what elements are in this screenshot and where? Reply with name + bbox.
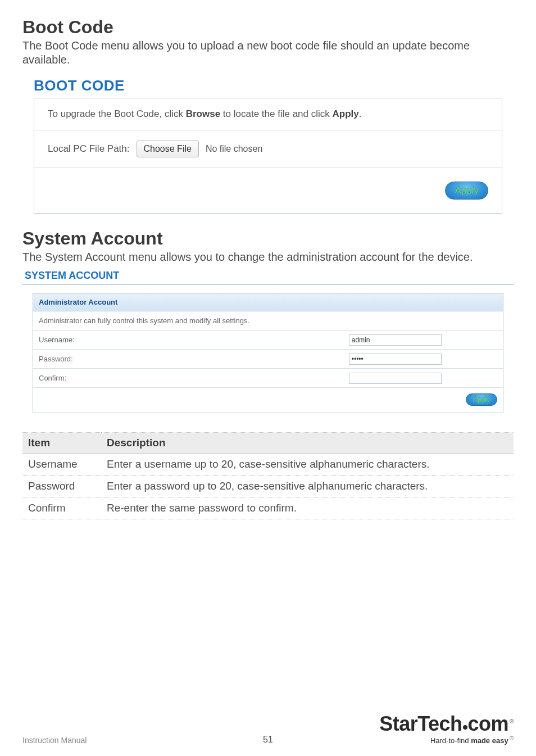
system-account-panel-title: SYSTEM ACCOUNT — [25, 270, 514, 282]
page-footer: Instruction Manual 51 StarTechcom® Hard-… — [22, 714, 514, 745]
tagline-b: made easy — [471, 736, 508, 745]
file-chosen-status: No file chosen — [206, 144, 262, 154]
boot-instruction-browse: Browse — [186, 108, 220, 119]
table-row: Username Enter a username up to 20, case… — [22, 454, 514, 476]
table-cell-item: Password — [22, 476, 101, 497]
brand-logo: StarTechcom® Hard-to-find made easy® — [379, 714, 514, 745]
tagline-a: Hard-to-find — [430, 736, 471, 745]
system-apply-button[interactable]: Apply — [466, 393, 497, 406]
tagline-registered-icon: ® — [510, 735, 514, 741]
boot-code-desc: The Boot Code menu allows you to upload … — [22, 39, 514, 67]
confirm-input[interactable] — [349, 373, 442, 384]
boot-code-heading: Boot Code — [22, 17, 514, 38]
table-cell-item: Confirm — [22, 497, 101, 519]
boot-code-panel-title: BOOT CODE — [34, 77, 514, 94]
logo-part-a: StarTech — [379, 712, 462, 735]
system-account-apply-row: Apply — [33, 388, 503, 413]
boot-code-apply-row: Apply — [34, 168, 502, 213]
system-account-desc: The System Account menu allows you to ch… — [22, 250, 514, 264]
boot-code-file-row: Local PC File Path: Choose File No file … — [34, 130, 502, 168]
system-account-heading: System Account — [22, 228, 514, 249]
boot-code-instruction: To upgrade the Boot Code, click Browse t… — [34, 98, 502, 130]
boot-instruction-post: . — [359, 108, 362, 119]
admin-account-note-row: Administrator can fully control this sys… — [33, 311, 503, 331]
logo-tagline: Hard-to-find made easy® — [379, 735, 514, 745]
system-account-outer: Administrator Account Administrator can … — [22, 284, 514, 419]
boot-instruction-mid: to locate the file and click — [220, 108, 332, 119]
logo-dot-icon — [463, 725, 467, 730]
boot-instruction-apply: Apply — [333, 108, 359, 119]
password-input[interactable] — [349, 354, 442, 365]
table-cell-desc: Enter a username up to 20, case-sensitiv… — [101, 454, 514, 476]
table-row: Password Enter a password up to 20, case… — [22, 476, 514, 497]
page-number: 51 — [263, 735, 273, 745]
password-row: Password: — [33, 350, 503, 369]
password-label: Password: — [33, 350, 343, 368]
admin-account-note: Administrator can fully control this sys… — [33, 311, 503, 330]
table-row: Confirm Re-enter the same password to co… — [22, 497, 514, 519]
username-input[interactable] — [349, 334, 442, 346]
file-path-label: Local PC File Path: — [48, 143, 130, 155]
logo-registered-icon: ® — [510, 718, 514, 725]
system-account-panel: Administrator Account Administrator can … — [33, 293, 503, 413]
logo-part-b: com — [468, 712, 509, 735]
footer-manual-label: Instruction Manual — [22, 736, 87, 745]
choose-file-button[interactable]: Choose File — [137, 141, 199, 157]
boot-instruction-pre: To upgrade the Boot Code, click — [48, 108, 186, 119]
field-description-table: Item Description Username Enter a userna… — [22, 432, 514, 519]
logo-text: StarTechcom® — [379, 714, 514, 734]
username-label: Username: — [33, 331, 343, 349]
table-cell-desc: Enter a password up to 20, case-sensitiv… — [101, 476, 514, 497]
admin-account-header: Administrator Account — [33, 293, 503, 311]
confirm-row: Confirm: — [33, 369, 503, 388]
table-cell-desc: Re-enter the same password to confirm. — [101, 497, 514, 519]
confirm-label: Confirm: — [33, 369, 343, 387]
boot-code-panel: To upgrade the Boot Code, click Browse t… — [34, 98, 502, 214]
col-header-description: Description — [101, 433, 514, 454]
username-row: Username: — [33, 331, 503, 350]
boot-apply-button[interactable]: Apply — [445, 182, 488, 200]
table-cell-item: Username — [22, 454, 101, 476]
col-header-item: Item — [22, 433, 101, 454]
